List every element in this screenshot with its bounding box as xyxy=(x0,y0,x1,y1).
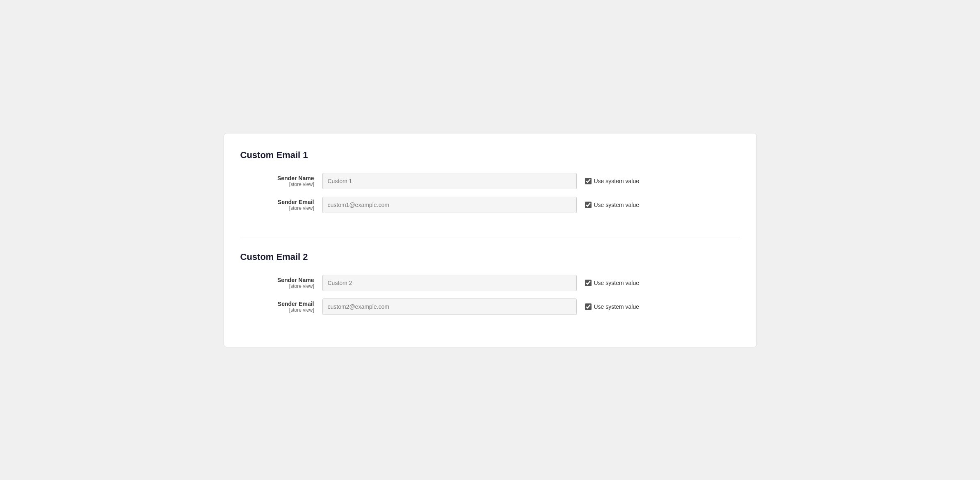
input-sender-name-1[interactable] xyxy=(322,173,577,189)
section-title-custom-email-2: Custom Email 2 xyxy=(240,252,740,262)
checkbox-label-sender-email-2: Use system value xyxy=(594,303,639,310)
label-main-sender-email-1: Sender Email xyxy=(240,199,314,205)
checkbox-sender-email-2[interactable] xyxy=(585,303,592,310)
input-sender-email-2[interactable] xyxy=(322,299,577,315)
checkbox-sender-email-1[interactable] xyxy=(585,202,592,208)
form-row-sender-email-2: Sender Email[store view]Use system value xyxy=(240,299,740,315)
label-sub-sender-name-1: [store view] xyxy=(240,181,314,187)
system-value-sender-email-1: Use system value xyxy=(585,202,639,208)
form-row-sender-email-1: Sender Email[store view]Use system value xyxy=(240,197,740,213)
checkbox-wrapper-sender-email-2[interactable]: Use system value xyxy=(585,303,639,310)
checkbox-label-sender-email-1: Use system value xyxy=(594,202,639,208)
section-title-custom-email-1: Custom Email 1 xyxy=(240,150,740,161)
section-custom-email-1: Custom Email 1Sender Name[store view]Use… xyxy=(240,146,740,229)
label-sub-sender-name-2: [store view] xyxy=(240,283,314,289)
settings-card: Custom Email 1Sender Name[store view]Use… xyxy=(224,133,757,347)
section-divider xyxy=(240,237,740,237)
checkbox-label-sender-name-2: Use system value xyxy=(594,280,639,286)
label-main-sender-email-2: Sender Email xyxy=(240,301,314,307)
system-value-sender-email-2: Use system value xyxy=(585,303,639,310)
system-value-sender-name-2: Use system value xyxy=(585,280,639,286)
label-sub-sender-email-1: [store view] xyxy=(240,205,314,211)
checkbox-sender-name-1[interactable] xyxy=(585,178,592,184)
label-sender-email-1: Sender Email[store view] xyxy=(240,199,322,211)
checkbox-wrapper-sender-name-2[interactable]: Use system value xyxy=(585,280,639,286)
label-sender-name-2: Sender Name[store view] xyxy=(240,277,322,289)
input-sender-name-2[interactable] xyxy=(322,275,577,291)
system-value-sender-name-1: Use system value xyxy=(585,178,639,184)
input-sender-email-1[interactable] xyxy=(322,197,577,213)
form-row-sender-name-1: Sender Name[store view]Use system value xyxy=(240,173,740,189)
section-custom-email-2: Custom Email 2Sender Name[store view]Use… xyxy=(240,248,740,331)
label-main-sender-name-2: Sender Name xyxy=(240,277,314,283)
checkbox-sender-name-2[interactable] xyxy=(585,280,592,286)
label-sender-email-2: Sender Email[store view] xyxy=(240,301,322,313)
label-sub-sender-email-2: [store view] xyxy=(240,307,314,313)
checkbox-wrapper-sender-name-1[interactable]: Use system value xyxy=(585,178,639,184)
form-row-sender-name-2: Sender Name[store view]Use system value xyxy=(240,275,740,291)
label-main-sender-name-1: Sender Name xyxy=(240,175,314,181)
checkbox-label-sender-name-1: Use system value xyxy=(594,178,639,184)
checkbox-wrapper-sender-email-1[interactable]: Use system value xyxy=(585,202,639,208)
label-sender-name-1: Sender Name[store view] xyxy=(240,175,322,187)
